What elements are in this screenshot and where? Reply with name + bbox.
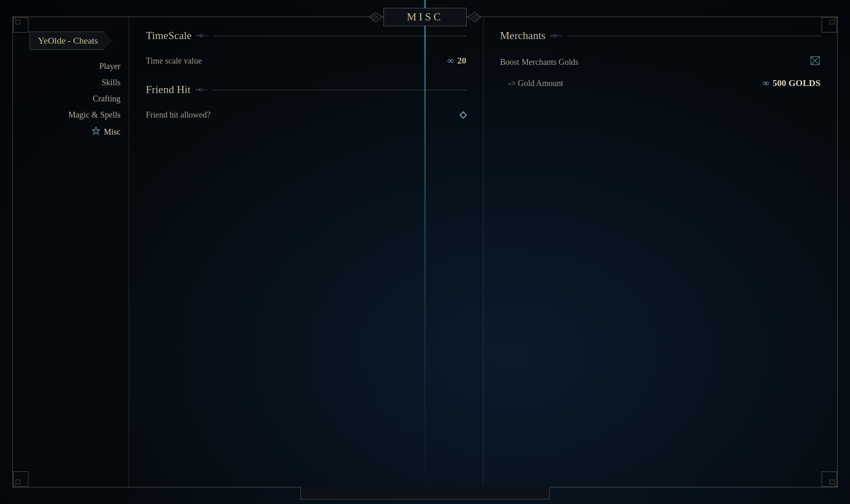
merchants-section-header: Merchants — [500, 30, 821, 42]
main-content: TimeScale Time scale value ∞ 20 — [129, 17, 837, 487]
sidebar-item-misc[interactable]: Misc — [13, 123, 129, 141]
bottom-scroll-decoration — [300, 487, 550, 499]
merchants-ornament — [550, 32, 562, 40]
timescale-label: Time scale value — [146, 56, 202, 66]
gold-infinity-icon: ∞ — [763, 78, 769, 89]
left-panel: TimeScale Time scale value ∞ 20 — [129, 17, 484, 487]
sidebar: YeOlde - Cheats Player Skills Crafting M… — [13, 17, 129, 487]
sidebar-item-crafting[interactable]: Crafting — [13, 91, 129, 107]
svg-marker-17 — [200, 88, 203, 91]
magic-spells-label: Magic & Spells — [68, 110, 120, 120]
friend-hit-setting-row: Friend hit allowed? ◇ — [146, 104, 467, 125]
timescale-value[interactable]: ∞ 20 — [447, 55, 467, 66]
svg-line-8 — [13, 484, 16, 487]
skills-label: Skills — [101, 78, 120, 87]
timescale-line — [213, 36, 466, 36]
friend-hit-diamond-icon: ◇ — [459, 109, 467, 120]
boost-merchants-icon — [810, 55, 821, 69]
gold-amount-number: 500 GOLDS — [772, 78, 821, 89]
friend-hit-value[interactable]: ◇ — [459, 109, 467, 120]
friend-hit-line — [212, 90, 467, 90]
timescale-ornament — [197, 32, 208, 40]
player-label: Player — [99, 61, 120, 71]
svg-rect-7 — [16, 480, 20, 484]
merchants-line — [567, 36, 821, 36]
friend-hit-title: Friend Hit — [146, 84, 191, 96]
gold-amount-value[interactable]: ∞ 500 GOLDS — [763, 78, 821, 89]
content-area: YeOlde - Cheats Player Skills Crafting M… — [13, 17, 837, 487]
timescale-setting-row: Time scale value ∞ 20 — [146, 50, 467, 71]
timescale-section-header: TimeScale — [146, 30, 467, 42]
boost-merchants-label: Boost Merchants Golds — [500, 57, 579, 67]
misc-label: Misc — [104, 127, 120, 137]
svg-marker-20 — [555, 34, 558, 37]
sidebar-title-bg: YeOlde - Cheats — [29, 32, 113, 50]
svg-rect-1 — [16, 20, 20, 24]
timescale-title: TimeScale — [146, 30, 192, 42]
crafting-label: Crafting — [93, 94, 120, 103]
timescale-infinity-icon: ∞ — [447, 55, 454, 66]
right-panel: Merchants Boost Merchants Golds — [484, 17, 838, 487]
friend-hit-label: Friend hit allowed? — [146, 110, 211, 120]
merchants-title: Merchants — [500, 30, 546, 42]
svg-marker-14 — [201, 34, 204, 37]
friend-hit-ornament — [196, 86, 207, 94]
corner-decoration-bl — [12, 471, 29, 487]
boost-merchants-value[interactable] — [810, 55, 821, 69]
sidebar-item-player[interactable]: Player — [13, 58, 129, 74]
boost-merchants-row: Boost Merchants Golds — [500, 50, 821, 74]
timescale-number: 20 — [457, 55, 467, 66]
misc-icon — [91, 126, 101, 138]
friend-hit-section-header: Friend Hit — [146, 84, 467, 96]
gold-amount-label: -> Gold Amount — [509, 79, 563, 88]
sidebar-item-magic-spells[interactable]: Magic & Spells — [13, 107, 129, 123]
sidebar-item-skills[interactable]: Skills — [13, 74, 129, 91]
svg-line-2 — [13, 17, 16, 20]
sidebar-header: YeOlde - Cheats — [13, 25, 129, 58]
gold-amount-row: -> Gold Amount ∞ 500 GOLDS — [500, 74, 821, 93]
sidebar-title: YeOlde - Cheats — [38, 35, 98, 46]
main-frame: MISC YeOlde - Cheats Player Skills Craft… — [12, 17, 838, 487]
